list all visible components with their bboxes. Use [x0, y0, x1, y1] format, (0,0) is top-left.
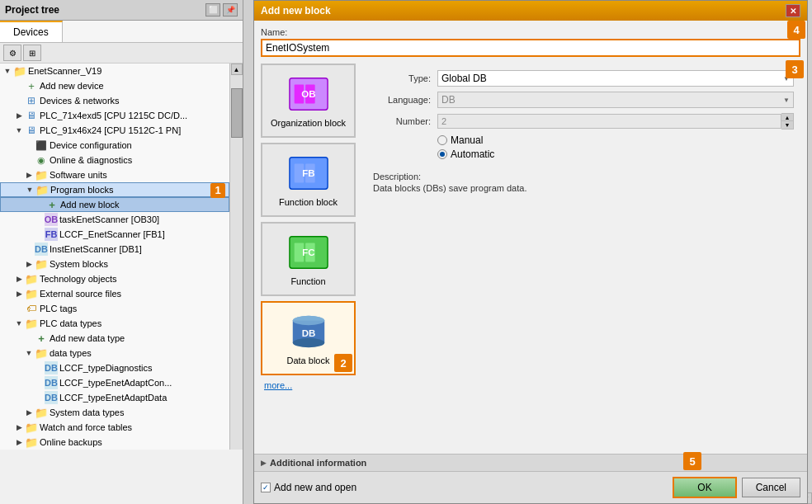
project-tree-header-icons: ⬜ 📌	[205, 3, 238, 16]
tree-label-devices-networks: Devices & networks	[40, 96, 120, 106]
tree-item-plc91[interactable]: ▼ 🖥 PLC_91x46x24 [CPU 1512C-1 PN]	[0, 123, 229, 138]
tree-item-ext-sources[interactable]: ▶ 📁 External source files	[0, 286, 229, 301]
radio-automatic[interactable]: Automatic	[437, 148, 794, 160]
footer-buttons: OK 5 Cancel	[673, 477, 800, 498]
tree-label-plc91: PLC_91x46x24 [CPU 1512C-1 PN]	[40, 125, 181, 135]
tree-toolbar-btn-2[interactable]: ⊞	[23, 45, 41, 61]
number-row: Number: ▲ ▼	[373, 113, 794, 130]
fc-card-label: Function	[290, 276, 325, 286]
step-label-4: 4	[787, 21, 805, 39]
tree-item-add-device[interactable]: + Add new device	[0, 78, 229, 93]
tree-item-software[interactable]: ▶ 📁 Software units	[0, 167, 229, 182]
tree-item-device-config[interactable]: ⬛ Device configuration	[0, 138, 229, 153]
radio-automatic-label: Automatic	[451, 148, 494, 160]
expand-data-types[interactable]: ▼	[23, 347, 35, 359]
expand-tech-objects[interactable]: ▶	[13, 273, 25, 285]
tree-item-lccf-adapt-con[interactable]: DB LCCF_typeEnetAdaptCon...	[0, 375, 229, 390]
additional-info-expand-icon: ▶	[261, 459, 267, 467]
tab-devices[interactable]: Devices	[0, 21, 63, 42]
step-label-1: 1	[210, 183, 225, 198]
tree-item-task-ob30[interactable]: OB taskEnetScanner [OB30]	[0, 212, 229, 227]
block-type-db[interactable]: DB Data block 2	[261, 301, 356, 375]
tree-item-plc71[interactable]: ▶ 🖥 PLC_71x4exd5 [CPU 1215C DC/D...	[0, 108, 229, 123]
svg-text:OB: OB	[301, 89, 315, 99]
tree-toolbar-btn-1[interactable]: ⚙	[3, 45, 21, 61]
tree-item-online-diag[interactable]: ◉ Online & diagnostics	[0, 153, 229, 167]
more-link[interactable]: more...	[261, 380, 360, 390]
tree-item-sys-data-types[interactable]: ▶ 📁 System data types	[0, 405, 229, 420]
scrollbar-up-arrow[interactable]: ▲	[231, 64, 243, 75]
tree-item-plc-tags[interactable]: 🏷 PLC tags	[0, 301, 229, 316]
tree-item-inst-db1[interactable]: DB InstEnetScanner [DB1]	[0, 242, 229, 257]
block-type-fc[interactable]: FC Function	[261, 222, 356, 296]
language-dropdown-arrow: ▼	[783, 97, 790, 104]
block-type-ob[interactable]: OB Organization block	[261, 64, 356, 138]
online-diag-icon: ◉	[35, 153, 48, 167]
expand-sys-data-types[interactable]: ▶	[23, 407, 35, 418]
tree-label-ext-sources: External source files	[40, 289, 121, 299]
step-label-3: 3	[786, 60, 804, 78]
tree-label-program-blocks: Program blocks	[50, 185, 113, 195]
name-label: Name:	[261, 27, 287, 37]
name-section: Name: 4	[261, 27, 800, 57]
expand-online-backups[interactable]: ▶	[13, 436, 25, 448]
program-blocks-icon: 📁	[35, 183, 49, 196]
tree-item-system-blocks[interactable]: ▶ 📁 System blocks	[0, 257, 229, 271]
spinner-up[interactable]: ▲	[781, 114, 793, 121]
ok-button[interactable]: OK	[673, 477, 736, 498]
tree-content[interactable]: ▼ 📁 EnetScanner_V19 + Add new device ⊞ D…	[0, 64, 229, 450]
network-icon: ⊞	[25, 94, 38, 107]
expand-system-blocks[interactable]: ▶	[23, 258, 35, 270]
tech-objects-icon: 📁	[25, 272, 38, 285]
cancel-button[interactable]: Cancel	[742, 478, 800, 497]
tree-label-lccf-diag: LCCF_typeDiagnostics	[59, 363, 153, 373]
tree-item-add-new-block[interactable]: + Add new block	[0, 197, 229, 212]
add-open-checkbox[interactable]: ✓	[261, 483, 271, 492]
radio-manual[interactable]: Manual	[437, 134, 794, 146]
tree-item-devices-networks[interactable]: ⊞ Devices & networks	[0, 93, 229, 108]
lccf-adapt-con-icon: DB	[45, 376, 58, 389]
language-label: Language:	[373, 95, 431, 105]
project-tree-title: Project tree	[5, 4, 59, 16]
name-input[interactable]	[266, 42, 795, 54]
expand-software[interactable]: ▶	[23, 169, 35, 181]
tree-item-data-types[interactable]: ▼ 📁 data types	[0, 346, 229, 360]
fc-card-icon: FC	[288, 232, 329, 273]
additional-info-section[interactable]: ▶ Additional information	[254, 454, 807, 471]
pin-sidebar-button[interactable]: 📌	[223, 3, 238, 16]
expand-plc71[interactable]: ▶	[13, 110, 25, 121]
spinner-down[interactable]: ▼	[781, 121, 793, 129]
tree-item-watch-tables[interactable]: ▶ 📁 Watch and force tables	[0, 420, 229, 435]
block-types-column: OB Organization block FB	[261, 64, 360, 447]
language-dropdown[interactable]: DB ▼	[437, 92, 794, 108]
expand-program-blocks[interactable]: ▼	[24, 184, 35, 195]
tree-item-online-backups[interactable]: ▶ 📁 Online backups	[0, 435, 229, 450]
tree-item-lccf-fb1[interactable]: FB LCCF_EnetScanner [FB1]	[0, 227, 229, 242]
number-input[interactable]	[437, 114, 781, 129]
expand-watch-tables[interactable]: ▶	[13, 422, 25, 433]
tree-item-add-data-type[interactable]: + Add new data type	[0, 331, 229, 346]
step-label-2: 2	[334, 354, 352, 372]
dialog-overlay: Add new block ✕ Name: 4	[243, 0, 812, 504]
dialog-close-button[interactable]: ✕	[786, 4, 800, 17]
svg-text:FC: FC	[302, 247, 314, 257]
tree-item-lccf-diag[interactable]: DB LCCF_typeDiagnostics	[0, 360, 229, 375]
type-dropdown[interactable]: Global DB ▼	[437, 70, 794, 87]
expand-plc91[interactable]: ▼	[13, 125, 25, 136]
expand-plc-data-types[interactable]: ▼	[13, 318, 25, 329]
collapse-sidebar-button[interactable]: ⬜	[205, 3, 220, 16]
block-type-fb[interactable]: FB Function block	[261, 143, 356, 217]
tree-label-software: Software units	[50, 170, 107, 180]
tree-label-plc-data-types: PLC data types	[40, 318, 102, 328]
tree-label-data-types: data types	[50, 348, 92, 358]
scrollbar-thumb[interactable]	[231, 88, 243, 138]
expand-ext-sources[interactable]: ▶	[13, 288, 25, 299]
tree-item-plc-data-types[interactable]: ▼ 📁 PLC data types	[0, 316, 229, 331]
tree-item-program-blocks[interactable]: ▼ 📁 Program blocks 1	[0, 182, 229, 197]
expand-enet-scanner[interactable]: ▼	[2, 65, 13, 77]
add-new-block-dialog: Add new block ✕ Name: 4	[253, 0, 808, 504]
tree-item-tech-objects[interactable]: ▶ 📁 Technology objects	[0, 271, 229, 286]
plc91-icon: 🖥	[25, 124, 38, 137]
tree-item-lccf-adapt-data[interactable]: DB LCCF_typeEnetAdaptData	[0, 390, 229, 405]
tree-item-enet-scanner[interactable]: ▼ 📁 EnetScanner_V19	[0, 64, 229, 78]
